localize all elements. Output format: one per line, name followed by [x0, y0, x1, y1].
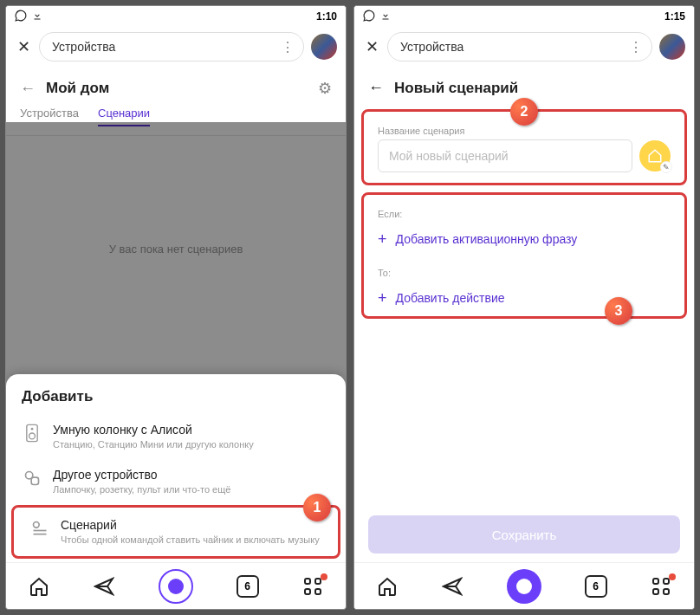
avatar[interactable] [311, 34, 337, 60]
status-bar: 1:15 [354, 6, 694, 27]
speaker-icon [22, 423, 42, 443]
callout-2: 2 [510, 98, 538, 126]
search-header: ✕ Устройства ⋮ [6, 27, 346, 67]
sheet-item-title: Сценарий [61, 518, 320, 532]
avatar[interactable] [659, 34, 685, 60]
sheet-item-sub: Чтобы одной командой ставить чайник и вк… [61, 534, 320, 546]
close-icon[interactable]: ✕ [15, 37, 32, 56]
then-label: То: [364, 256, 684, 282]
tabs-count[interactable]: 6 [237, 575, 259, 598]
phone-left: 1:10 ✕ Устройства ⋮ ← Мой дом ⚙ Устройст… [5, 5, 347, 610]
sheet-item-sub: Станцию, Станцию Мини или другую колонку [53, 438, 254, 450]
bottom-sheet: Добавить Умную колонку с Алисой Станцию,… [6, 374, 346, 562]
send-icon[interactable] [93, 575, 115, 598]
tabs-count[interactable]: 6 [585, 575, 607, 598]
send-icon[interactable] [441, 575, 463, 598]
save-label: Сохранить [492, 528, 557, 542]
if-label: Если: [364, 197, 684, 223]
notification-dot [669, 573, 676, 580]
svg-rect-4 [31, 478, 38, 485]
add-phrase-label: Добавить активационную фразу [396, 232, 578, 246]
whatsapp-icon [363, 10, 375, 24]
sheet-item-speaker[interactable]: Умную колонку с Алисой Станцию, Станцию … [6, 414, 346, 459]
scenario-icon [29, 518, 50, 539]
more-icon[interactable]: ⋮ [281, 39, 293, 55]
sheet-item-sub: Лампочку, розетку, пульт или что-то ещё [53, 483, 230, 495]
add-action-button[interactable]: + Добавить действие [364, 282, 684, 314]
page-title: Новый сценарий [394, 80, 518, 97]
phone-right: 1:15 ✕ Устройства ⋮ ← Новый сценарий 2 Н… [353, 5, 695, 610]
svg-point-2 [29, 433, 36, 439]
search-header: ✕ Устройства ⋮ [354, 27, 694, 67]
back-arrow-icon[interactable]: ← [368, 79, 384, 97]
callout-1: 1 [303, 494, 331, 521]
svg-point-5 [34, 521, 40, 528]
apps-icon[interactable] [301, 575, 324, 598]
bottom-nav: 6 [6, 562, 346, 609]
download-icon [32, 10, 42, 23]
search-pill[interactable]: Устройства ⋮ [39, 32, 304, 62]
alice-button[interactable] [159, 569, 193, 604]
scenario-name-input[interactable]: Мой новый сценарий [378, 139, 632, 172]
plug-icon [22, 468, 42, 489]
apps-icon[interactable] [650, 575, 672, 598]
sheet-title: Добавить [6, 388, 346, 414]
close-icon[interactable]: ✕ [363, 37, 380, 56]
icon-picker[interactable]: ✎ [639, 140, 671, 172]
plus-icon: + [378, 290, 387, 306]
status-bar: 1:10 [6, 6, 346, 27]
home-icon[interactable] [28, 575, 50, 598]
highlight-scenario: 1 Сценарий Чтобы одной командой ставить … [11, 505, 340, 559]
highlight-name: 2 Название сценария Мой новый сценарий ✎ [361, 109, 687, 185]
edit-icon: ✎ [660, 161, 672, 173]
clock-time: 1:15 [664, 10, 685, 23]
sheet-item-other[interactable]: Другое устройство Лампочку, розетку, пул… [6, 459, 346, 504]
search-title: Устройства [400, 40, 463, 54]
svg-rect-6 [34, 529, 47, 531]
sheet-item-title: Умную колонку с Алисой [53, 423, 254, 437]
search-title: Устройства [52, 40, 115, 54]
callout-3: 3 [605, 297, 632, 325]
page-header: ← Мой дом ⚙ [6, 67, 346, 107]
download-icon [380, 10, 391, 23]
svg-point-1 [31, 428, 34, 430]
notification-dot [321, 573, 327, 580]
clock-time: 1:10 [316, 10, 337, 23]
gear-icon[interactable]: ⚙ [318, 79, 332, 98]
sheet-item-title: Другое устройство [53, 468, 230, 482]
alice-button[interactable] [507, 569, 541, 604]
input-placeholder: Мой новый сценарий [389, 149, 509, 163]
add-action-label: Добавить действие [396, 291, 505, 305]
more-icon[interactable]: ⋮ [629, 39, 641, 55]
whatsapp-icon [15, 10, 27, 24]
search-pill[interactable]: Устройства ⋮ [387, 32, 652, 62]
plus-icon: + [378, 231, 387, 247]
page-title: Мой дом [46, 80, 109, 97]
svg-rect-7 [34, 534, 47, 535]
bottom-nav: 6 [354, 562, 694, 609]
home-icon[interactable] [376, 575, 399, 598]
sheet-item-scenario[interactable]: Сценарий Чтобы одной командой ставить ча… [14, 509, 338, 554]
add-phrase-button[interactable]: + Добавить активационную фразу [364, 223, 684, 256]
back-arrow-icon[interactable]: ← [20, 80, 36, 98]
highlight-conditions: 3 Если: + Добавить активационную фразу Т… [361, 192, 687, 319]
save-button[interactable]: Сохранить [368, 515, 680, 554]
